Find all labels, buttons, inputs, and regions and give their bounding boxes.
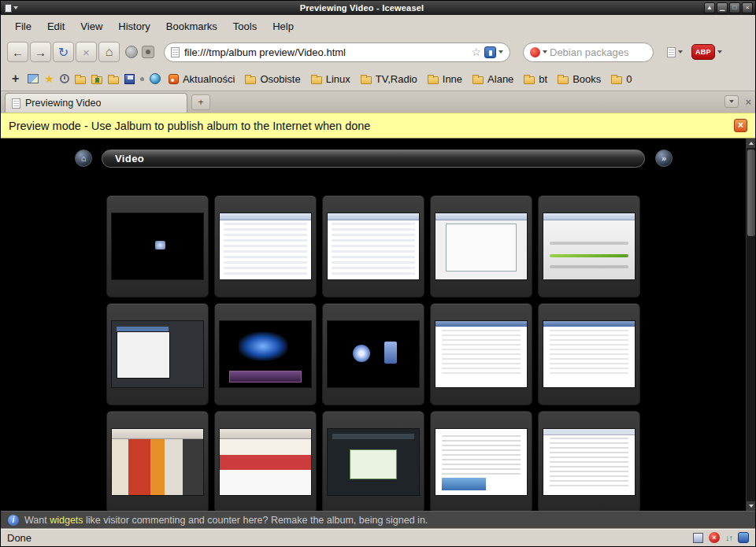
thumbnail-image: [328, 429, 419, 495]
thumbnail[interactable]: [214, 303, 317, 405]
globe-icon[interactable]: [150, 73, 161, 84]
chevron-down-icon: [729, 100, 734, 103]
feed-icon: [169, 74, 179, 84]
scroll-down-icon[interactable]: [747, 501, 756, 511]
menu-history[interactable]: History: [110, 17, 158, 36]
search-input[interactable]: Debian packages: [550, 46, 628, 58]
upload-folder-icon[interactable]: [91, 76, 102, 84]
history-icon[interactable]: [60, 74, 69, 83]
thumbnail[interactable]: [538, 195, 640, 298]
stop-button[interactable]: ×: [76, 42, 97, 62]
close-tab-button[interactable]: ×: [745, 97, 751, 107]
save-icon[interactable]: [124, 74, 135, 84]
window-controls: ▲ ▁ □ ×: [704, 2, 753, 13]
thumbnail[interactable]: [214, 411, 317, 511]
bookmark-star-icon[interactable]: ☆: [471, 46, 481, 58]
bookmark-item-tv-radio[interactable]: TV,Radio: [358, 72, 420, 87]
notification-bar: Preview mode - Use Jalbum to publish alb…: [1, 113, 755, 139]
page-scrollbar[interactable]: [746, 139, 755, 511]
window-menu-icon[interactable]: [3, 3, 20, 13]
thumbnail-image: [328, 213, 419, 279]
save-page-button[interactable]: [665, 45, 685, 60]
notification-text: Preview mode - Use Jalbum to publish alb…: [9, 120, 370, 132]
document-icon: [667, 47, 676, 57]
menu-view[interactable]: View: [72, 17, 110, 36]
statusbar-transfer-icon[interactable]: ↓↑: [725, 533, 732, 542]
menu-file[interactable]: File: [7, 17, 39, 36]
back-button[interactable]: ←: [7, 42, 28, 62]
bookmark-item-inne[interactable]: Inne: [425, 72, 465, 87]
thumbnail-image: [220, 429, 311, 495]
album-next-button[interactable]: »: [655, 150, 673, 167]
close-button[interactable]: ×: [742, 2, 753, 13]
shade-button[interactable]: ▲: [704, 2, 715, 13]
menu-edit[interactable]: Edit: [39, 17, 72, 36]
thumbnail-image: [112, 321, 203, 387]
thumbnail[interactable]: [538, 411, 640, 511]
site-identity-icon[interactable]: [484, 46, 496, 58]
info-icon: i: [8, 515, 19, 526]
thumbnail[interactable]: [430, 411, 532, 511]
search-engine-icon[interactable]: [530, 47, 540, 57]
minimize-button[interactable]: ▁: [717, 2, 728, 13]
url-dropdown-icon[interactable]: [498, 50, 503, 54]
url-bar[interactable]: file:///tmp/album preview/Video.html ☆: [164, 43, 510, 62]
folder-icon[interactable]: [75, 76, 86, 84]
extension-button-2-icon[interactable]: [142, 46, 154, 58]
album-index-button[interactable]: ⌂: [75, 150, 92, 167]
menu-tools[interactable]: Tools: [225, 17, 265, 36]
bookmark-item-0[interactable]: 0: [609, 72, 634, 87]
folder-icon: [558, 76, 569, 84]
bookmark-item-osobiste[interactable]: Osobiste: [243, 72, 302, 87]
adblock-plus-button[interactable]: ABP: [691, 44, 722, 60]
menu-help[interactable]: Help: [265, 17, 302, 36]
bookmark-item-linux[interactable]: Linux: [309, 72, 353, 87]
chevron-down-icon: [13, 6, 18, 9]
notification-close-button[interactable]: ×: [734, 119, 747, 132]
add-bookmark-icon[interactable]: +: [9, 72, 22, 86]
thumbnail[interactable]: [106, 411, 209, 511]
statusbar-extension-icon[interactable]: [738, 532, 749, 543]
url-text[interactable]: file:///tmp/album preview/Video.html: [184, 46, 468, 58]
thumbnail[interactable]: [322, 195, 424, 298]
statusbar-block-icon[interactable]: ×: [709, 532, 720, 543]
forward-button[interactable]: →: [30, 42, 51, 62]
page-favicon-icon: [171, 47, 180, 57]
thumbnail-image: [112, 429, 203, 495]
menu-bookmarks[interactable]: Bookmarks: [158, 17, 225, 36]
star-icon[interactable]: ★: [44, 72, 54, 85]
scroll-up-icon[interactable]: [747, 139, 756, 148]
scrollbar-thumb[interactable]: [747, 150, 755, 236]
thumbnail[interactable]: [322, 411, 424, 511]
list-all-tabs-button[interactable]: [724, 95, 739, 108]
statusbar-page-icon[interactable]: [693, 533, 703, 543]
extension-button-icon[interactable]: [125, 46, 138, 58]
widgets-link[interactable]: widgets: [50, 515, 83, 526]
folder-icon[interactable]: [108, 76, 119, 84]
thumbnail[interactable]: [538, 303, 640, 405]
footer-message: Want widgets like visitor commenting and…: [24, 515, 428, 526]
thumbnail[interactable]: [322, 303, 424, 405]
thumbnail[interactable]: [430, 195, 532, 298]
bookmark-item-books[interactable]: Books: [555, 72, 603, 87]
thumbnail[interactable]: [430, 303, 532, 405]
search-engine-dropdown-icon[interactable]: [543, 50, 547, 54]
maximize-button[interactable]: □: [729, 2, 740, 13]
new-tab-button[interactable]: +: [191, 94, 210, 110]
thumbnail[interactable]: [106, 195, 209, 298]
bookmark-label: Aktualności: [183, 73, 235, 85]
home-button[interactable]: ⌂: [98, 42, 120, 62]
thumbnail[interactable]: [214, 195, 317, 298]
thumbnail[interactable]: [106, 303, 209, 405]
bookmark-item-aktualnosci[interactable]: Aktualności: [166, 72, 237, 87]
adblock-plus-badge: ABP: [691, 44, 715, 60]
gallery-icon[interactable]: [28, 74, 39, 83]
bookmark-item-bt[interactable]: bt: [521, 72, 550, 87]
status-bar: Done × ↓↑: [1, 528, 755, 546]
reload-button[interactable]: ↻: [53, 42, 74, 62]
tab-previewing-video[interactable]: Previewing Video: [5, 93, 187, 113]
bookmark-item-alane[interactable]: Alane: [470, 72, 516, 87]
search-bar[interactable]: Debian packages: [523, 43, 654, 62]
next-arrow-icon: »: [662, 153, 666, 163]
thumbnail-image: [435, 321, 527, 387]
